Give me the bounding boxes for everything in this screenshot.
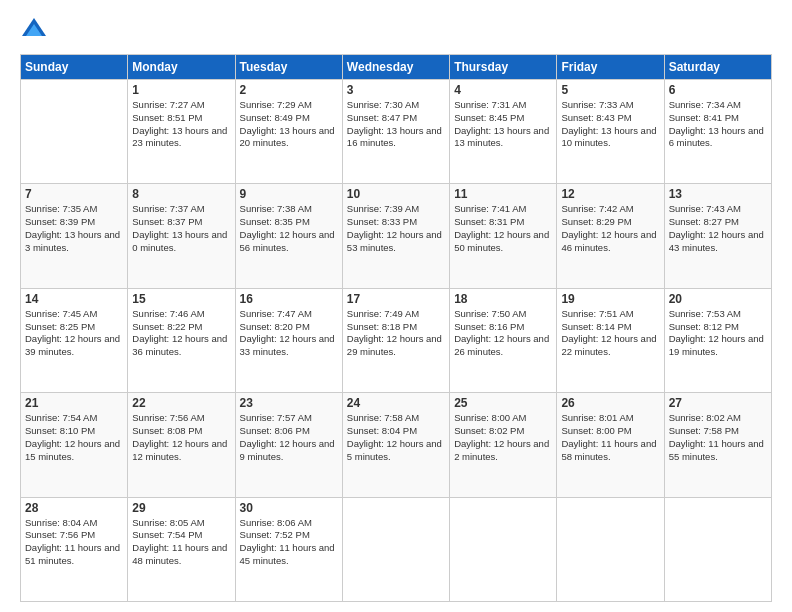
day-number: 17 [347, 292, 445, 306]
sunrise-text: Sunrise: 7:34 AM [669, 99, 767, 112]
cell-text: Sunrise: 7:38 AMSunset: 8:35 PMDaylight:… [240, 203, 338, 254]
sunrise-text: Sunrise: 7:51 AM [561, 308, 659, 321]
sunrise-text: Sunrise: 7:53 AM [669, 308, 767, 321]
sunrise-text: Sunrise: 7:35 AM [25, 203, 123, 216]
calendar-cell: 8Sunrise: 7:37 AMSunset: 8:37 PMDaylight… [128, 184, 235, 288]
day-number: 9 [240, 187, 338, 201]
calendar-cell: 22Sunrise: 7:56 AMSunset: 8:08 PMDayligh… [128, 393, 235, 497]
daylight-text: Daylight: 13 hours and 20 minutes. [240, 125, 338, 151]
sunset-text: Sunset: 8:49 PM [240, 112, 338, 125]
sunrise-text: Sunrise: 8:00 AM [454, 412, 552, 425]
calendar-cell: 20Sunrise: 7:53 AMSunset: 8:12 PMDayligh… [664, 288, 771, 392]
day-number: 21 [25, 396, 123, 410]
calendar-cell: 6Sunrise: 7:34 AMSunset: 8:41 PMDaylight… [664, 80, 771, 184]
calendar-cell: 5Sunrise: 7:33 AMSunset: 8:43 PMDaylight… [557, 80, 664, 184]
calendar-cell: 10Sunrise: 7:39 AMSunset: 8:33 PMDayligh… [342, 184, 449, 288]
col-header-saturday: Saturday [664, 55, 771, 80]
calendar-cell: 30Sunrise: 8:06 AMSunset: 7:52 PMDayligh… [235, 497, 342, 601]
sunset-text: Sunset: 8:31 PM [454, 216, 552, 229]
calendar-cell: 18Sunrise: 7:50 AMSunset: 8:16 PMDayligh… [450, 288, 557, 392]
cell-text: Sunrise: 7:37 AMSunset: 8:37 PMDaylight:… [132, 203, 230, 254]
sunset-text: Sunset: 8:41 PM [669, 112, 767, 125]
day-number: 13 [669, 187, 767, 201]
calendar-cell: 27Sunrise: 8:02 AMSunset: 7:58 PMDayligh… [664, 393, 771, 497]
cell-text: Sunrise: 7:56 AMSunset: 8:08 PMDaylight:… [132, 412, 230, 463]
cell-text: Sunrise: 7:51 AMSunset: 8:14 PMDaylight:… [561, 308, 659, 359]
calendar-cell: 3Sunrise: 7:30 AMSunset: 8:47 PMDaylight… [342, 80, 449, 184]
cell-text: Sunrise: 7:49 AMSunset: 8:18 PMDaylight:… [347, 308, 445, 359]
cell-text: Sunrise: 8:02 AMSunset: 7:58 PMDaylight:… [669, 412, 767, 463]
calendar-cell [450, 497, 557, 601]
sunset-text: Sunset: 8:33 PM [347, 216, 445, 229]
daylight-text: Daylight: 11 hours and 48 minutes. [132, 542, 230, 568]
col-header-thursday: Thursday [450, 55, 557, 80]
daylight-text: Daylight: 11 hours and 55 minutes. [669, 438, 767, 464]
calendar-cell: 29Sunrise: 8:05 AMSunset: 7:54 PMDayligh… [128, 497, 235, 601]
cell-text: Sunrise: 7:43 AMSunset: 8:27 PMDaylight:… [669, 203, 767, 254]
day-number: 7 [25, 187, 123, 201]
cell-text: Sunrise: 7:39 AMSunset: 8:33 PMDaylight:… [347, 203, 445, 254]
day-number: 5 [561, 83, 659, 97]
sunset-text: Sunset: 7:58 PM [669, 425, 767, 438]
calendar-cell: 12Sunrise: 7:42 AMSunset: 8:29 PMDayligh… [557, 184, 664, 288]
daylight-text: Daylight: 13 hours and 23 minutes. [132, 125, 230, 151]
calendar-cell [664, 497, 771, 601]
sunset-text: Sunset: 8:20 PM [240, 321, 338, 334]
daylight-text: Daylight: 12 hours and 15 minutes. [25, 438, 123, 464]
sunrise-text: Sunrise: 7:47 AM [240, 308, 338, 321]
sunrise-text: Sunrise: 7:31 AM [454, 99, 552, 112]
cell-text: Sunrise: 7:31 AMSunset: 8:45 PMDaylight:… [454, 99, 552, 150]
day-number: 12 [561, 187, 659, 201]
sunrise-text: Sunrise: 7:57 AM [240, 412, 338, 425]
sunrise-text: Sunrise: 8:04 AM [25, 517, 123, 530]
sunset-text: Sunset: 8:37 PM [132, 216, 230, 229]
sunset-text: Sunset: 8:43 PM [561, 112, 659, 125]
sunset-text: Sunset: 7:54 PM [132, 529, 230, 542]
week-row-3: 14Sunrise: 7:45 AMSunset: 8:25 PMDayligh… [21, 288, 772, 392]
sunrise-text: Sunrise: 7:27 AM [132, 99, 230, 112]
week-row-2: 7Sunrise: 7:35 AMSunset: 8:39 PMDaylight… [21, 184, 772, 288]
cell-text: Sunrise: 7:34 AMSunset: 8:41 PMDaylight:… [669, 99, 767, 150]
daylight-text: Daylight: 12 hours and 22 minutes. [561, 333, 659, 359]
sunrise-text: Sunrise: 7:37 AM [132, 203, 230, 216]
cell-text: Sunrise: 7:35 AMSunset: 8:39 PMDaylight:… [25, 203, 123, 254]
daylight-text: Daylight: 12 hours and 50 minutes. [454, 229, 552, 255]
sunrise-text: Sunrise: 7:58 AM [347, 412, 445, 425]
week-row-1: 1Sunrise: 7:27 AMSunset: 8:51 PMDaylight… [21, 80, 772, 184]
day-number: 20 [669, 292, 767, 306]
cell-text: Sunrise: 7:41 AMSunset: 8:31 PMDaylight:… [454, 203, 552, 254]
day-number: 10 [347, 187, 445, 201]
sunset-text: Sunset: 8:04 PM [347, 425, 445, 438]
calendar-cell: 11Sunrise: 7:41 AMSunset: 8:31 PMDayligh… [450, 184, 557, 288]
calendar-cell: 24Sunrise: 7:58 AMSunset: 8:04 PMDayligh… [342, 393, 449, 497]
sunrise-text: Sunrise: 7:49 AM [347, 308, 445, 321]
sunset-text: Sunset: 8:06 PM [240, 425, 338, 438]
col-header-sunday: Sunday [21, 55, 128, 80]
sunrise-text: Sunrise: 7:39 AM [347, 203, 445, 216]
logo-icon [20, 16, 48, 44]
sunset-text: Sunset: 8:25 PM [25, 321, 123, 334]
sunrise-text: Sunrise: 7:50 AM [454, 308, 552, 321]
sunrise-text: Sunrise: 7:30 AM [347, 99, 445, 112]
col-header-tuesday: Tuesday [235, 55, 342, 80]
cell-text: Sunrise: 7:29 AMSunset: 8:49 PMDaylight:… [240, 99, 338, 150]
daylight-text: Daylight: 12 hours and 29 minutes. [347, 333, 445, 359]
day-number: 14 [25, 292, 123, 306]
week-row-4: 21Sunrise: 7:54 AMSunset: 8:10 PMDayligh… [21, 393, 772, 497]
sunset-text: Sunset: 8:00 PM [561, 425, 659, 438]
sunset-text: Sunset: 7:56 PM [25, 529, 123, 542]
day-number: 22 [132, 396, 230, 410]
sunset-text: Sunset: 8:18 PM [347, 321, 445, 334]
sunset-text: Sunset: 8:08 PM [132, 425, 230, 438]
daylight-text: Daylight: 12 hours and 39 minutes. [25, 333, 123, 359]
cell-text: Sunrise: 7:45 AMSunset: 8:25 PMDaylight:… [25, 308, 123, 359]
calendar-cell: 2Sunrise: 7:29 AMSunset: 8:49 PMDaylight… [235, 80, 342, 184]
daylight-text: Daylight: 12 hours and 56 minutes. [240, 229, 338, 255]
calendar-cell [557, 497, 664, 601]
calendar-cell: 17Sunrise: 7:49 AMSunset: 8:18 PMDayligh… [342, 288, 449, 392]
day-number: 11 [454, 187, 552, 201]
sunset-text: Sunset: 8:47 PM [347, 112, 445, 125]
header-row: SundayMondayTuesdayWednesdayThursdayFrid… [21, 55, 772, 80]
sunrise-text: Sunrise: 7:29 AM [240, 99, 338, 112]
calendar-cell: 4Sunrise: 7:31 AMSunset: 8:45 PMDaylight… [450, 80, 557, 184]
